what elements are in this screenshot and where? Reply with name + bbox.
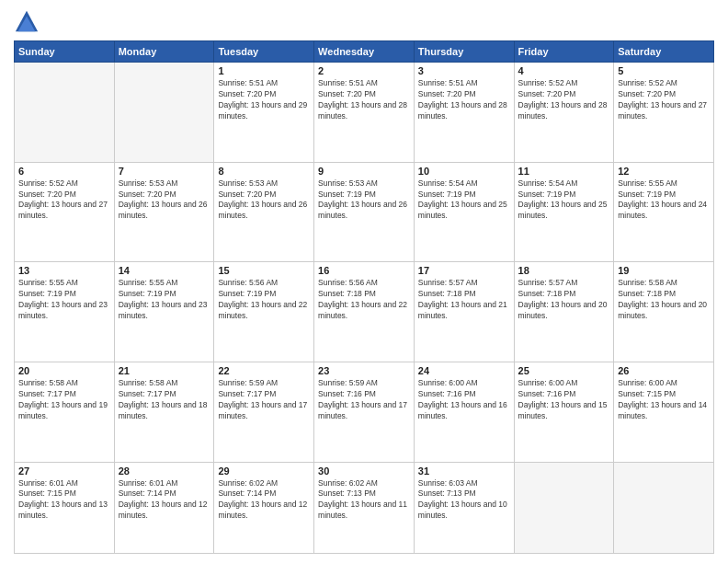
calendar-cell: 22Sunrise: 5:59 AMSunset: 7:17 PMDayligh… <box>214 362 314 462</box>
weekday-header: Monday <box>114 41 214 63</box>
calendar-cell: 10Sunrise: 5:54 AMSunset: 7:19 PMDayligh… <box>414 162 514 262</box>
day-info: Sunrise: 6:00 AMSunset: 7:15 PMDaylight:… <box>618 378 710 422</box>
calendar-cell: 14Sunrise: 5:55 AMSunset: 7:19 PMDayligh… <box>114 262 214 362</box>
calendar-week-row: 13Sunrise: 5:55 AMSunset: 7:19 PMDayligh… <box>15 262 714 362</box>
calendar-cell: 12Sunrise: 5:55 AMSunset: 7:19 PMDayligh… <box>614 162 714 262</box>
calendar-cell: 20Sunrise: 5:58 AMSunset: 7:17 PMDayligh… <box>15 362 115 462</box>
calendar-cell: 26Sunrise: 6:00 AMSunset: 7:15 PMDayligh… <box>614 362 714 462</box>
day-info: Sunrise: 5:56 AMSunset: 7:19 PMDaylight:… <box>218 278 310 322</box>
day-number: 19 <box>618 265 710 276</box>
calendar-cell: 1Sunrise: 5:51 AMSunset: 7:20 PMDaylight… <box>214 63 314 163</box>
day-number: 12 <box>618 166 710 177</box>
day-info: Sunrise: 5:55 AMSunset: 7:19 PMDaylight:… <box>119 278 210 322</box>
logo-icon <box>14 9 40 35</box>
day-info: Sunrise: 6:02 AMSunset: 7:14 PMDaylight:… <box>218 478 310 523</box>
day-number: 5 <box>618 65 710 76</box>
day-number: 31 <box>418 465 510 477</box>
day-info: Sunrise: 6:02 AMSunset: 7:13 PMDaylight:… <box>318 478 410 523</box>
day-info: Sunrise: 5:53 AMSunset: 7:19 PMDaylight:… <box>318 178 410 223</box>
day-number: 28 <box>119 465 210 477</box>
calendar-cell: 17Sunrise: 5:57 AMSunset: 7:18 PMDayligh… <box>414 262 514 362</box>
header <box>14 9 714 35</box>
day-info: Sunrise: 5:58 AMSunset: 7:17 PMDaylight:… <box>18 378 110 422</box>
calendar-cell: 4Sunrise: 5:52 AMSunset: 7:20 PMDaylight… <box>514 63 614 163</box>
day-number: 7 <box>119 166 210 177</box>
day-number: 29 <box>218 465 310 477</box>
day-number: 22 <box>218 365 310 376</box>
day-number: 4 <box>518 65 610 76</box>
calendar-cell: 5Sunrise: 5:52 AMSunset: 7:20 PMDaylight… <box>614 63 714 163</box>
day-number: 21 <box>119 365 210 376</box>
weekday-header: Friday <box>514 41 614 63</box>
day-info: Sunrise: 6:01 AMSunset: 7:15 PMDaylight:… <box>18 478 110 523</box>
day-number: 3 <box>418 65 510 76</box>
day-number: 18 <box>518 265 610 276</box>
calendar-cell: 19Sunrise: 5:58 AMSunset: 7:18 PMDayligh… <box>614 262 714 362</box>
day-info: Sunrise: 5:57 AMSunset: 7:18 PMDaylight:… <box>418 278 510 322</box>
weekday-header: Saturday <box>614 41 714 63</box>
day-info: Sunrise: 5:52 AMSunset: 7:20 PMDaylight:… <box>518 78 610 122</box>
day-number: 20 <box>18 365 110 376</box>
calendar-cell: 30Sunrise: 6:02 AMSunset: 7:13 PMDayligh… <box>314 462 415 553</box>
day-info: Sunrise: 6:01 AMSunset: 7:14 PMDaylight:… <box>119 478 210 523</box>
day-info: Sunrise: 5:55 AMSunset: 7:19 PMDaylight:… <box>18 278 110 322</box>
day-number: 11 <box>518 166 610 177</box>
day-info: Sunrise: 5:56 AMSunset: 7:18 PMDaylight:… <box>318 278 410 322</box>
day-info: Sunrise: 5:51 AMSunset: 7:20 PMDaylight:… <box>218 78 310 122</box>
calendar-cell: 13Sunrise: 5:55 AMSunset: 7:19 PMDayligh… <box>15 262 115 362</box>
day-number: 17 <box>418 265 510 276</box>
calendar-cell: 27Sunrise: 6:01 AMSunset: 7:15 PMDayligh… <box>15 462 115 553</box>
calendar: SundayMondayTuesdayWednesdayThursdayFrid… <box>14 40 714 554</box>
weekday-header-row: SundayMondayTuesdayWednesdayThursdayFrid… <box>15 41 714 63</box>
day-info: Sunrise: 5:58 AMSunset: 7:17 PMDaylight:… <box>119 378 210 422</box>
day-info: Sunrise: 5:55 AMSunset: 7:19 PMDaylight:… <box>618 178 710 223</box>
day-info: Sunrise: 5:51 AMSunset: 7:20 PMDaylight:… <box>318 78 410 122</box>
calendar-cell <box>614 462 714 553</box>
calendar-week-row: 27Sunrise: 6:01 AMSunset: 7:15 PMDayligh… <box>15 462 714 553</box>
calendar-cell: 15Sunrise: 5:56 AMSunset: 7:19 PMDayligh… <box>214 262 314 362</box>
day-number: 10 <box>418 166 510 177</box>
day-number: 6 <box>18 166 110 177</box>
day-number: 26 <box>618 365 710 376</box>
day-number: 2 <box>318 65 410 76</box>
calendar-cell <box>15 63 115 163</box>
calendar-cell: 18Sunrise: 5:57 AMSunset: 7:18 PMDayligh… <box>514 262 614 362</box>
day-number: 8 <box>218 166 310 177</box>
calendar-cell: 8Sunrise: 5:53 AMSunset: 7:20 PMDaylight… <box>214 162 314 262</box>
day-number: 30 <box>318 465 410 477</box>
day-info: Sunrise: 5:58 AMSunset: 7:18 PMDaylight:… <box>618 278 710 322</box>
day-number: 1 <box>218 65 310 76</box>
calendar-cell: 23Sunrise: 5:59 AMSunset: 7:16 PMDayligh… <box>314 362 415 462</box>
logo <box>14 9 43 35</box>
page: SundayMondayTuesdayWednesdayThursdayFrid… <box>0 0 728 563</box>
day-number: 25 <box>518 365 610 376</box>
day-info: Sunrise: 6:00 AMSunset: 7:16 PMDaylight:… <box>418 378 510 422</box>
calendar-cell: 25Sunrise: 6:00 AMSunset: 7:16 PMDayligh… <box>514 362 614 462</box>
calendar-cell: 11Sunrise: 5:54 AMSunset: 7:19 PMDayligh… <box>514 162 614 262</box>
weekday-header: Tuesday <box>214 41 314 63</box>
calendar-cell: 28Sunrise: 6:01 AMSunset: 7:14 PMDayligh… <box>114 462 214 553</box>
day-info: Sunrise: 5:54 AMSunset: 7:19 PMDaylight:… <box>518 178 610 223</box>
calendar-cell: 6Sunrise: 5:52 AMSunset: 7:20 PMDaylight… <box>15 162 115 262</box>
day-number: 24 <box>418 365 510 376</box>
day-info: Sunrise: 5:51 AMSunset: 7:20 PMDaylight:… <box>418 78 510 122</box>
weekday-header: Wednesday <box>314 41 415 63</box>
day-number: 9 <box>318 166 410 177</box>
day-info: Sunrise: 6:00 AMSunset: 7:16 PMDaylight:… <box>518 378 610 422</box>
day-info: Sunrise: 5:52 AMSunset: 7:20 PMDaylight:… <box>618 78 710 122</box>
calendar-cell: 21Sunrise: 5:58 AMSunset: 7:17 PMDayligh… <box>114 362 214 462</box>
calendar-cell <box>114 63 214 163</box>
calendar-week-row: 1Sunrise: 5:51 AMSunset: 7:20 PMDaylight… <box>15 63 714 163</box>
day-number: 14 <box>119 265 210 276</box>
day-number: 13 <box>18 265 110 276</box>
calendar-cell: 3Sunrise: 5:51 AMSunset: 7:20 PMDaylight… <box>414 63 514 163</box>
day-info: Sunrise: 5:59 AMSunset: 7:16 PMDaylight:… <box>318 378 410 422</box>
calendar-cell: 24Sunrise: 6:00 AMSunset: 7:16 PMDayligh… <box>414 362 514 462</box>
calendar-week-row: 6Sunrise: 5:52 AMSunset: 7:20 PMDaylight… <box>15 162 714 262</box>
day-info: Sunrise: 5:59 AMSunset: 7:17 PMDaylight:… <box>218 378 310 422</box>
calendar-cell: 16Sunrise: 5:56 AMSunset: 7:18 PMDayligh… <box>314 262 415 362</box>
calendar-cell: 9Sunrise: 5:53 AMSunset: 7:19 PMDaylight… <box>314 162 415 262</box>
calendar-week-row: 20Sunrise: 5:58 AMSunset: 7:17 PMDayligh… <box>15 362 714 462</box>
day-info: Sunrise: 5:52 AMSunset: 7:20 PMDaylight:… <box>18 178 110 223</box>
day-number: 15 <box>218 265 310 276</box>
